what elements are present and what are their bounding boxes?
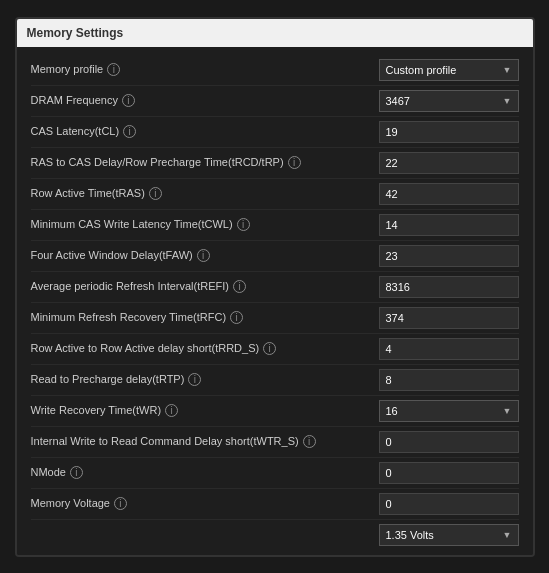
label-text-row-active-time: Row Active Time(tRAS) [31,186,145,200]
dropdown-dram-frequency[interactable]: 3467▼ [379,90,519,112]
dropdown-value-write-recovery: 16 [386,405,398,417]
input-nmode[interactable]: 0 [379,462,519,484]
info-icon-avg-refresh-interval[interactable]: i [233,280,246,293]
row-ras-cas-delay: RAS to CAS Delay/Row Precharge Time(tRCD… [31,148,519,179]
screen: Memory Settings Memory profileiCustom pr… [15,17,535,557]
row-row-active-time: Row Active Time(tRAS)i42 [31,179,519,210]
label-read-precharge: Read to Precharge delay(tRTP)i [31,372,379,386]
label-text-memory-profile: Memory profile [31,62,104,76]
row-write-recovery: Write Recovery Time(tWR)i16▼ [31,396,519,427]
row-four-active-window: Four Active Window Delay(tFAW)i23 [31,241,519,272]
dropdown-write-recovery[interactable]: 16▼ [379,400,519,422]
dropdown-memory-profile[interactable]: Custom profile▼ [379,59,519,81]
label-ras-cas-delay: RAS to CAS Delay/Row Precharge Time(tRCD… [31,155,379,169]
label-text-min-refresh-recovery: Minimum Refresh Recovery Time(tRFC) [31,310,227,324]
input-cas-latency[interactable]: 19 [379,121,519,143]
info-icon-memory-voltage[interactable]: i [114,497,127,510]
input-min-refresh-recovery[interactable]: 374 [379,307,519,329]
label-text-cas-latency: CAS Latency(tCL) [31,124,120,138]
label-avg-refresh-interval: Average periodic Refresh Interval(tREFI)… [31,279,379,293]
input-four-active-window[interactable]: 23 [379,245,519,267]
input-min-cas-write[interactable]: 14 [379,214,519,236]
chevron-down-icon-dram-frequency: ▼ [503,96,512,106]
row-min-refresh-recovery: Minimum Refresh Recovery Time(tRFC)i374 [31,303,519,334]
label-row-active-short: Row Active to Row Active delay short(tRR… [31,341,379,355]
content-area: Memory profileiCustom profile▼DRAM Frequ… [17,47,533,555]
chevron-down-icon-write-recovery: ▼ [503,406,512,416]
dropdown-value-memory-profile: Custom profile [386,64,457,76]
row-dram-frequency: DRAM Frequencyi3467▼ [31,86,519,117]
label-write-recovery: Write Recovery Time(tWR)i [31,403,379,417]
label-text-memory-voltage: Memory Voltage [31,496,110,510]
label-text-internal-write-read: Internal Write to Read Command Delay sho… [31,434,299,448]
label-text-ras-cas-delay: RAS to CAS Delay/Row Precharge Time(tRCD… [31,155,284,169]
info-icon-nmode[interactable]: i [70,466,83,479]
label-text-row-active-short: Row Active to Row Active delay short(tRR… [31,341,260,355]
info-icon-row-active-short[interactable]: i [263,342,276,355]
label-text-write-recovery: Write Recovery Time(tWR) [31,403,162,417]
row-row-active-short: Row Active to Row Active delay short(tRR… [31,334,519,365]
label-text-min-cas-write: Minimum CAS Write Latency Time(tCWL) [31,217,233,231]
dropdown-value-dram-frequency: 3467 [386,95,410,107]
label-cas-latency: CAS Latency(tCL)i [31,124,379,138]
info-icon-ras-cas-delay[interactable]: i [288,156,301,169]
info-icon-four-active-window[interactable]: i [197,249,210,262]
input-internal-write-read[interactable]: 0 [379,431,519,453]
row-memory-voltage: Memory Voltagei0 [31,489,519,520]
chevron-down-icon-memory-profile: ▼ [503,65,512,75]
label-min-cas-write: Minimum CAS Write Latency Time(tCWL)i [31,217,379,231]
info-icon-internal-write-read[interactable]: i [303,435,316,448]
info-icon-dram-frequency[interactable]: i [122,94,135,107]
info-icon-min-cas-write[interactable]: i [237,218,250,231]
label-min-refresh-recovery: Minimum Refresh Recovery Time(tRFC)i [31,310,379,324]
label-text-nmode: NMode [31,465,66,479]
input-ras-cas-delay[interactable]: 22 [379,152,519,174]
label-row-active-time: Row Active Time(tRAS)i [31,186,379,200]
label-four-active-window: Four Active Window Delay(tFAW)i [31,248,379,262]
dropdown-memory-voltage-select[interactable]: 1.35 Volts▼ [379,524,519,546]
row-internal-write-read: Internal Write to Read Command Delay sho… [31,427,519,458]
label-dram-frequency: DRAM Frequencyi [31,93,379,107]
label-internal-write-read: Internal Write to Read Command Delay sho… [31,434,379,448]
info-icon-memory-profile[interactable]: i [107,63,120,76]
info-icon-min-refresh-recovery[interactable]: i [230,311,243,324]
info-icon-read-precharge[interactable]: i [188,373,201,386]
label-memory-voltage: Memory Voltagei [31,496,379,510]
info-icon-write-recovery[interactable]: i [165,404,178,417]
info-icon-row-active-time[interactable]: i [149,187,162,200]
header-title: Memory Settings [27,26,124,40]
label-text-avg-refresh-interval: Average periodic Refresh Interval(tREFI) [31,279,230,293]
input-row-active-time[interactable]: 42 [379,183,519,205]
label-memory-profile: Memory profilei [31,62,379,76]
info-icon-cas-latency[interactable]: i [123,125,136,138]
row-memory-profile: Memory profileiCustom profile▼ [31,55,519,86]
input-memory-voltage[interactable]: 0 [379,493,519,515]
row-memory-voltage-select: 1.35 Volts▼ [31,520,519,550]
dropdown-value-memory-voltage-select: 1.35 Volts [386,529,434,541]
input-avg-refresh-interval[interactable]: 8316 [379,276,519,298]
header-bar: Memory Settings [17,19,533,47]
label-text-read-precharge: Read to Precharge delay(tRTP) [31,372,185,386]
input-row-active-short[interactable]: 4 [379,338,519,360]
row-avg-refresh-interval: Average periodic Refresh Interval(tREFI)… [31,272,519,303]
row-read-precharge: Read to Precharge delay(tRTP)i8 [31,365,519,396]
row-min-cas-write: Minimum CAS Write Latency Time(tCWL)i14 [31,210,519,241]
chevron-down-icon-memory-voltage-select: ▼ [503,530,512,540]
label-text-dram-frequency: DRAM Frequency [31,93,118,107]
label-nmode: NModei [31,465,379,479]
row-nmode: NModei0 [31,458,519,489]
input-read-precharge[interactable]: 8 [379,369,519,391]
label-text-four-active-window: Four Active Window Delay(tFAW) [31,248,193,262]
row-cas-latency: CAS Latency(tCL)i19 [31,117,519,148]
